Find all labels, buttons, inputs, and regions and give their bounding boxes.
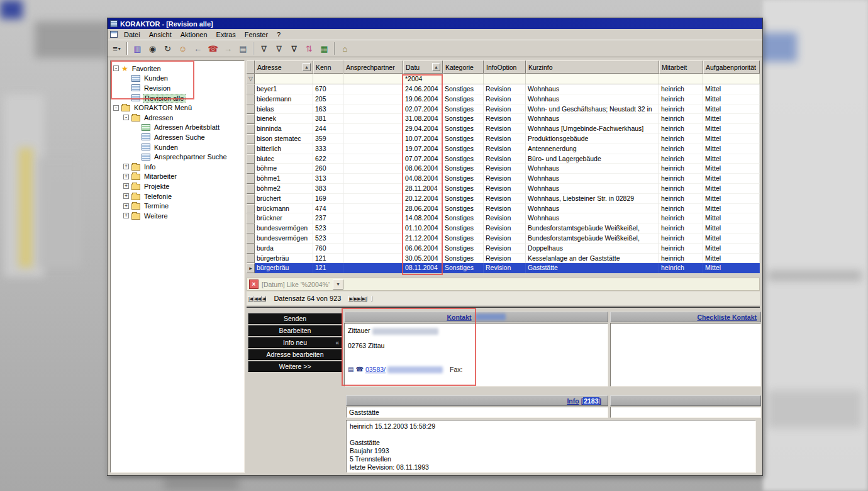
cell-kenn[interactable]: 163 xyxy=(313,104,343,115)
contacts-button[interactable]: ⇅ xyxy=(302,42,316,55)
info-text-box[interactable]: heinrich 15.12.2003 15:58:29 Gaststätte … xyxy=(346,420,756,473)
cell-datu[interactable]: 21.12.2004 xyxy=(403,234,443,244)
search-button[interactable]: ◉ xyxy=(145,42,160,55)
tree-item-revision[interactable]: Revision xyxy=(111,83,244,93)
cell-kategorie[interactable]: Sonstiges xyxy=(443,204,484,214)
cell-kenn[interactable]: 760 xyxy=(313,244,343,254)
cell-kategorie[interactable]: Sonstiges xyxy=(443,194,484,204)
cell-infooption[interactable]: Revision xyxy=(484,204,526,214)
cell-datu[interactable]: 28.06.2004 xyxy=(403,204,443,214)
cell-kurzinfo[interactable]: Wohnhaus xyxy=(526,114,659,124)
tree-item-telefonie[interactable]: +Telefonie xyxy=(111,191,244,201)
cell-infooption[interactable]: Revision xyxy=(484,184,526,194)
cell-ansprechpartner[interactable] xyxy=(343,213,403,223)
cell-aufgabenpriorität[interactable]: Mittel xyxy=(703,194,760,204)
cell-mitarbeit[interactable]: heinrich xyxy=(659,114,703,124)
cell-aufgabenpriorität[interactable]: Mittel xyxy=(703,164,760,174)
menu-datei[interactable]: Datei xyxy=(120,30,145,40)
cell-mitarbeit[interactable]: heinrich xyxy=(659,223,703,234)
row-selector[interactable] xyxy=(247,154,255,164)
cell-datu[interactable]: 28.11.2004 xyxy=(403,184,443,194)
expand-icon[interactable]: + xyxy=(123,164,129,169)
cell-mitarbeit[interactable]: heinrich xyxy=(659,164,703,174)
cell-aufgabenpriorität[interactable]: Mittel xyxy=(703,174,760,184)
row-selector[interactable] xyxy=(247,194,255,204)
sort-icon[interactable]: ▲ xyxy=(432,63,440,71)
nav-next-button[interactable]: ▶▶ xyxy=(353,296,362,302)
menu-?[interactable]: ? xyxy=(272,30,285,40)
table-row[interactable]: böhme238328.11.2004SonstigesRevisionWohn… xyxy=(247,184,760,194)
cell-ansprechpartner[interactable] xyxy=(343,104,403,115)
phone-number-link[interactable]: 03583/ xyxy=(365,365,386,374)
cell-kurzinfo[interactable]: Wohnhaus xyxy=(526,84,659,94)
cell-kurzinfo[interactable]: Wohnhaus xyxy=(526,174,659,184)
row-selector[interactable] xyxy=(247,134,255,144)
cell-adresse[interactable]: brückner xyxy=(255,213,313,223)
table-row[interactable]: bienek38131.08.2004SonstigesRevisionWohn… xyxy=(247,114,760,124)
expand-icon[interactable]: + xyxy=(123,203,129,209)
cell-kurzinfo[interactable]: Wohnhaus xyxy=(526,164,659,174)
cell-adresse[interactable]: böhme2 xyxy=(255,184,313,194)
table-row[interactable]: binninda24429.04.2004SonstigesRevisionWo… xyxy=(247,124,760,134)
filter-cell-kurzinfo[interactable] xyxy=(526,74,659,84)
cell-mitarbeit[interactable]: heinrich xyxy=(659,134,703,144)
cell-infooption[interactable]: Revision xyxy=(484,124,526,134)
cell-adresse[interactable]: burda xyxy=(255,244,313,254)
cell-datu[interactable]: 30.05.2004 xyxy=(403,254,443,264)
row-selector[interactable] xyxy=(247,213,255,223)
tree-item-revision-alle[interactable]: Revision alle xyxy=(111,93,244,103)
row-selector[interactable] xyxy=(247,184,255,194)
filter-cell-aufgabenpriorität[interactable] xyxy=(703,74,760,84)
cell-infooption[interactable]: Revision xyxy=(484,223,526,234)
cell-kategorie[interactable]: Sonstiges xyxy=(443,154,484,164)
cell-mitarbeit[interactable]: heinrich xyxy=(659,94,703,104)
filter-cell-ansprechpartner[interactable] xyxy=(343,74,403,84)
cell-kenn[interactable]: 523 xyxy=(313,223,343,234)
row-selector[interactable] xyxy=(247,244,255,254)
cell-ansprechpartner[interactable] xyxy=(343,204,403,214)
cell-mitarbeit[interactable]: heinrich xyxy=(659,154,703,164)
cell-aufgabenpriorität[interactable]: Mittel xyxy=(703,263,760,273)
cell-infooption[interactable]: Revision xyxy=(484,234,526,244)
bearbeiten-button[interactable]: Bearbeiten xyxy=(248,325,342,336)
cell-adresse[interactable]: biedermann xyxy=(255,94,313,104)
cell-kenn[interactable]: 169 xyxy=(313,194,343,204)
cell-kurzinfo[interactable]: Produktionsgebäude xyxy=(526,134,659,144)
nav-prev-button[interactable]: |◀ xyxy=(248,296,253,302)
tree-item-adressen-arbeitsblatt[interactable]: Adressen Arbeitsblatt xyxy=(111,123,244,133)
cell-infooption[interactable]: Revision xyxy=(484,94,526,104)
cell-aufgabenpriorität[interactable]: Mittel xyxy=(703,144,760,154)
cell-adresse[interactable]: bürgerbräu xyxy=(255,254,313,264)
cell-ansprechpartner[interactable] xyxy=(343,254,403,264)
cell-kenn[interactable]: 260 xyxy=(313,164,343,174)
cell-aufgabenpriorität[interactable]: Mittel xyxy=(703,124,760,134)
cell-adresse[interactable]: bitterlich xyxy=(255,144,313,154)
filter-selector-cell[interactable]: ▽ xyxy=(247,74,255,84)
cell-kenn[interactable]: 237 xyxy=(313,213,343,223)
cell-kurzinfo[interactable]: Wohnhaus xyxy=(526,204,659,214)
table-row[interactable]: biedermann20519.06.2004SonstigesRevision… xyxy=(247,94,760,104)
cell-kurzinfo[interactable]: Doppelhaus xyxy=(526,244,659,254)
table-row[interactable]: burda76006.06.2004SonstigesRevisionDoppe… xyxy=(247,244,760,254)
row-selector[interactable]: ▸ xyxy=(247,263,255,273)
weitere--button[interactable]: Weitere >> xyxy=(248,361,342,372)
filter-cell-datu[interactable]: *2004 xyxy=(403,74,443,84)
nav-prev-button[interactable]: ◀ xyxy=(262,296,266,302)
cell-datu[interactable]: 07.07.2004 xyxy=(403,154,443,164)
row-selector[interactable] xyxy=(247,84,255,94)
cell-mitarbeit[interactable]: heinrich xyxy=(659,234,703,244)
cell-ansprechpartner[interactable] xyxy=(343,84,403,94)
cell-ansprechpartner[interactable] xyxy=(343,94,403,104)
cell-kategorie[interactable]: Sonstiges xyxy=(443,84,484,94)
cell-kenn[interactable]: 121 xyxy=(313,254,343,264)
phone-button[interactable]: ☎ xyxy=(206,42,220,55)
cell-adresse[interactable]: bison stematec xyxy=(255,134,313,144)
cell-kategorie[interactable]: Sonstiges xyxy=(443,263,484,273)
cell-adresse[interactable]: binninda xyxy=(255,124,313,134)
collapse-icon[interactable]: - xyxy=(123,115,129,120)
cell-kategorie[interactable]: Sonstiges xyxy=(443,223,484,234)
cell-infooption[interactable]: Revision xyxy=(484,84,526,94)
cell-aufgabenpriorität[interactable]: Mittel xyxy=(703,104,760,115)
cell-kurzinfo[interactable]: Antennenerdung xyxy=(526,144,659,154)
info-neu-button[interactable]: Info neu« xyxy=(248,337,342,348)
